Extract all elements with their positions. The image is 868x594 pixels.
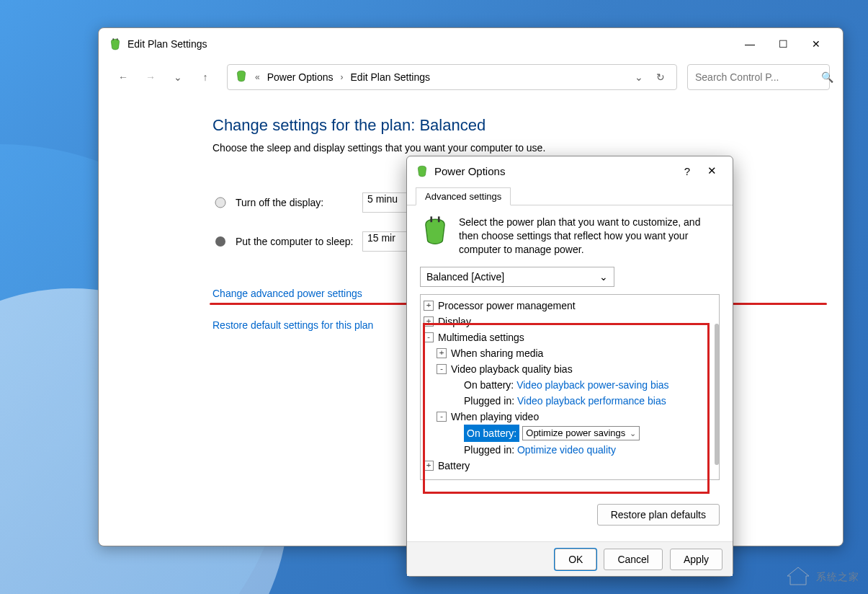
collapse-icon[interactable]: - <box>424 332 434 342</box>
refresh-button[interactable]: ↻ <box>652 71 669 83</box>
svg-rect-5 <box>438 216 440 222</box>
close-button[interactable]: ✕ <box>800 32 833 56</box>
sleep-icon <box>212 234 228 249</box>
tab-advanced-settings[interactable]: Advanced settings <box>416 187 511 205</box>
dialog-body: Select the power plan that you want to c… <box>407 205 733 541</box>
svg-rect-1 <box>117 38 117 40</box>
tree-node-video-playback-bias[interactable]: -Video playback quality bias <box>424 361 716 377</box>
power-options-dialog: Power Options ? ✕ Advanced settings Sele… <box>406 156 733 577</box>
tree-scrollbar[interactable] <box>715 324 719 465</box>
watermark-logo-icon <box>786 566 810 588</box>
address-dropdown-button[interactable]: ⌄ <box>630 71 648 83</box>
chevron-down-icon: ⌄ <box>599 271 608 283</box>
display-icon <box>212 195 228 210</box>
search-input[interactable] <box>695 71 821 83</box>
tree-node-sharing[interactable]: +When sharing media <box>424 345 716 361</box>
tab-strip: Advanced settings <box>407 185 733 205</box>
chevron-down-icon: ⌄ <box>630 425 636 441</box>
selected-setting-label: On battery: <box>464 425 519 442</box>
minimize-button[interactable]: ― <box>733 32 766 56</box>
tree-node-vpqb-plugged[interactable]: Plugged in: Video playback performance b… <box>424 393 716 409</box>
collapse-icon[interactable]: - <box>437 412 447 422</box>
dialog-intro-text: Select the power plan that you want to c… <box>459 216 720 257</box>
back-button[interactable]: ← <box>112 66 135 89</box>
titlebar: Edit Plan Settings ― ☐ ✕ <box>99 28 843 60</box>
power-plan-icon <box>235 69 248 85</box>
tree-node-battery[interactable]: +Battery <box>424 458 716 474</box>
expand-icon[interactable]: + <box>424 316 434 327</box>
search-box[interactable]: 🔍 <box>687 64 830 90</box>
tree-node-vpqb-battery[interactable]: On battery: Video playback power-saving … <box>424 377 716 393</box>
power-plan-select-value: Balanced [Active] <box>426 271 504 283</box>
svg-rect-0 <box>113 38 114 40</box>
dialog-footer: OK Cancel Apply <box>407 541 733 576</box>
playing-battery-select[interactable]: Optimize power savings⌄ <box>522 426 640 440</box>
breadcrumb-edit-plan[interactable]: Edit Plan Settings <box>351 71 431 83</box>
breadcrumb-separator: « <box>255 72 260 82</box>
svg-point-3 <box>215 236 225 247</box>
dialog-title: Power Options <box>434 165 505 177</box>
tree-node-processor[interactable]: +Processor power management <box>424 298 716 314</box>
svg-marker-6 <box>787 567 809 585</box>
settings-tree[interactable]: +Processor power management +Display -Mu… <box>420 294 720 480</box>
expand-icon[interactable]: + <box>424 301 434 311</box>
expand-icon[interactable]: + <box>424 461 434 471</box>
watermark: 系统之家 <box>786 566 859 588</box>
svg-rect-4 <box>430 216 432 222</box>
breadcrumb-power-options[interactable]: Power Options <box>267 71 334 83</box>
page-heading: Change settings for the plan: Balanced <box>212 116 814 135</box>
maximize-button[interactable]: ☐ <box>766 32 800 56</box>
watermark-text: 系统之家 <box>816 571 859 584</box>
tree-node-display[interactable]: +Display <box>424 314 716 329</box>
tree-node-when-playing-video[interactable]: -When playing video <box>424 409 716 425</box>
power-plan-icon <box>416 164 429 177</box>
dialog-titlebar: Power Options ? ✕ <box>407 156 733 185</box>
page-subtext: Choose the sleep and display settings th… <box>212 142 814 154</box>
expand-icon[interactable]: + <box>437 348 447 358</box>
forward-button[interactable]: → <box>139 66 162 89</box>
tree-node-playing-battery[interactable]: On battery:Optimize power savings⌄ <box>424 425 716 442</box>
collapse-icon[interactable]: - <box>437 364 447 374</box>
breadcrumb-separator: › <box>341 72 344 82</box>
power-plan-large-icon <box>420 216 450 246</box>
tree-node-multimedia[interactable]: -Multimedia settings <box>424 329 716 345</box>
cancel-button[interactable]: Cancel <box>604 549 663 570</box>
window-title: Edit Plan Settings <box>127 38 207 50</box>
dialog-close-button[interactable]: ✕ <box>699 161 724 181</box>
turn-off-display-label: Turn off the display: <box>236 197 362 208</box>
help-button[interactable]: ? <box>675 161 699 181</box>
restore-plan-defaults-button[interactable]: Restore plan defaults <box>597 504 720 526</box>
ok-button[interactable]: OK <box>555 549 596 570</box>
toolbar: ← → ⌄ ↑ « Power Options › Edit Plan Sett… <box>99 60 843 94</box>
search-icon[interactable]: 🔍 <box>821 71 833 83</box>
history-dropdown-button[interactable]: ⌄ <box>166 66 189 89</box>
sleep-label: Put the computer to sleep: <box>236 236 362 247</box>
tree-node-playing-plugged[interactable]: Plugged in: Optimize video quality <box>424 442 716 458</box>
svg-point-2 <box>215 198 225 208</box>
power-plan-select[interactable]: Balanced [Active] ⌄ <box>420 267 614 287</box>
address-bar[interactable]: « Power Options › Edit Plan Settings ⌄ ↻ <box>227 64 677 90</box>
apply-button[interactable]: Apply <box>670 549 722 570</box>
power-plan-icon <box>109 37 122 50</box>
up-button[interactable]: ↑ <box>194 66 217 89</box>
